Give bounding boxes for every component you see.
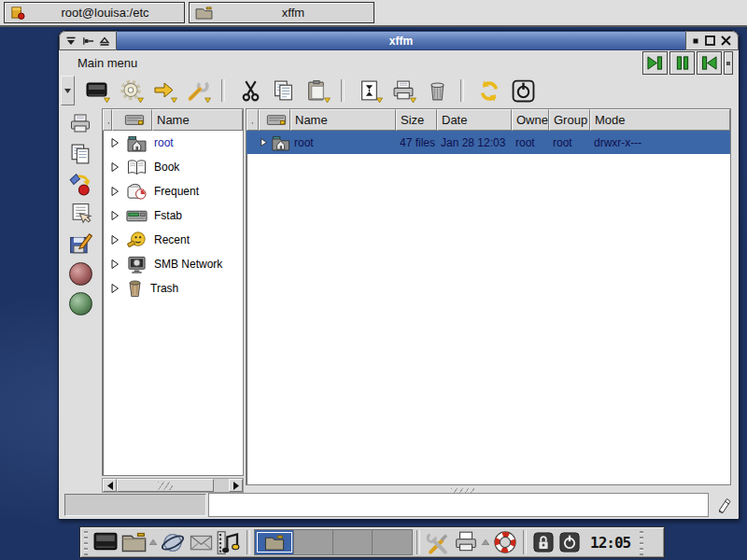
print-icon bbox=[453, 530, 479, 554]
expander-icon[interactable] bbox=[110, 234, 120, 245]
workspace-4[interactable] bbox=[373, 530, 412, 554]
column-header-name[interactable]: Name bbox=[290, 109, 396, 131]
expander-icon[interactable] bbox=[110, 186, 120, 197]
tree-item-book[interactable]: Book bbox=[103, 155, 243, 179]
expander-icon[interactable] bbox=[110, 210, 120, 221]
pause-button[interactable] bbox=[669, 51, 695, 75]
tree-name-header[interactable]: Name bbox=[152, 109, 243, 131]
launcher-tools[interactable] bbox=[424, 528, 452, 556]
tree-item-label[interactable]: root bbox=[154, 136, 174, 149]
scroll-left-arrow[interactable] bbox=[103, 479, 117, 492]
expander-icon[interactable] bbox=[110, 259, 120, 270]
paste-button[interactable] bbox=[303, 77, 331, 105]
shutdown-button[interactable] bbox=[559, 532, 580, 553]
clear-entry-button[interactable] bbox=[712, 493, 737, 517]
maximize-icon[interactable] bbox=[705, 35, 715, 46]
skip-forward-button[interactable] bbox=[642, 51, 668, 75]
side-save-button[interactable] bbox=[67, 231, 93, 256]
expander-icon[interactable] bbox=[110, 161, 120, 173]
column-header-owner[interactable]: Owner bbox=[512, 109, 549, 131]
tree-item-label[interactable]: Book bbox=[154, 161, 179, 174]
trash-button[interactable] bbox=[423, 77, 451, 105]
process-document-button[interactable] bbox=[356, 77, 384, 105]
tree-item-fstab[interactable]: Fstab bbox=[103, 203, 243, 228]
file-row-root[interactable]: root 47 files Jan 28 12:03 root root drw… bbox=[247, 131, 730, 154]
fstab-drive-icon bbox=[126, 209, 148, 223]
launcher-help[interactable] bbox=[491, 528, 519, 556]
launcher-print[interactable] bbox=[452, 528, 480, 556]
more-button[interactable] bbox=[724, 51, 733, 75]
print-icon bbox=[68, 113, 92, 135]
window-title[interactable]: xffm bbox=[117, 31, 685, 50]
expander-icon[interactable] bbox=[110, 137, 120, 148]
side-sync-button[interactable] bbox=[67, 172, 93, 196]
side-green-sphere-button[interactable] bbox=[67, 291, 93, 315]
clock[interactable]: 12:05 bbox=[590, 534, 630, 552]
panel-grip-left[interactable] bbox=[82, 529, 90, 555]
task-button-xffm[interactable]: xffm bbox=[189, 2, 374, 23]
tree-item-recent[interactable]: Recent bbox=[103, 228, 243, 252]
tree-item-label[interactable]: Trash bbox=[150, 282, 178, 295]
refresh-button[interactable] bbox=[475, 77, 503, 105]
tree-item-frequent[interactable]: Frequent bbox=[103, 179, 243, 203]
tree-item-label[interactable]: Frequent bbox=[154, 185, 199, 198]
task-button-terminal[interactable]: root@louisa:/etc bbox=[4, 2, 185, 23]
tree-sort-header-cell[interactable]: , bbox=[103, 109, 112, 131]
column-header-date[interactable]: Date bbox=[437, 109, 512, 131]
stick-pin-icon[interactable] bbox=[82, 36, 94, 46]
copy-button[interactable] bbox=[270, 77, 298, 105]
column-header-group[interactable]: Group bbox=[549, 109, 590, 131]
print-menu-arrow[interactable] bbox=[482, 539, 489, 545]
workspace-3[interactable] bbox=[333, 530, 373, 554]
file-icon-header-cell[interactable] bbox=[259, 109, 290, 131]
toolbar-separator bbox=[341, 79, 345, 102]
tree-item-smb-network[interactable]: SMB Network bbox=[103, 252, 243, 276]
panel-grip-right[interactable] bbox=[638, 529, 645, 555]
tree-item-label[interactable]: Fstab bbox=[154, 209, 182, 222]
shade-icon[interactable] bbox=[99, 36, 110, 46]
side-red-sphere-button[interactable] bbox=[67, 261, 93, 286]
scrollbar-thumb[interactable] bbox=[117, 479, 214, 492]
goto-button[interactable] bbox=[150, 77, 178, 105]
side-open-document-button[interactable] bbox=[67, 202, 93, 226]
tree-item-label[interactable]: Recent bbox=[154, 233, 190, 246]
toolbar-collapse-button[interactable] bbox=[61, 76, 75, 105]
launcher-menu-arrow[interactable] bbox=[149, 539, 157, 545]
side-print-button[interactable] bbox=[67, 112, 93, 136]
lock-screen-button[interactable] bbox=[533, 532, 554, 553]
main-menu[interactable]: Main menu bbox=[68, 54, 147, 72]
skip-back-button[interactable] bbox=[697, 51, 722, 75]
tools-button[interactable] bbox=[184, 77, 212, 105]
tree-item-root[interactable]: root bbox=[103, 131, 243, 155]
quit-button[interactable] bbox=[509, 77, 537, 105]
window-menu-icon[interactable] bbox=[65, 36, 77, 46]
print-button[interactable] bbox=[389, 77, 417, 105]
file-cell-name[interactable]: root bbox=[290, 136, 396, 149]
workspace-2[interactable] bbox=[294, 530, 333, 554]
sync-run-icon bbox=[68, 172, 92, 196]
tree-item-trash[interactable]: Trash bbox=[103, 276, 243, 301]
minimize-icon[interactable] bbox=[693, 38, 698, 44]
expander-icon[interactable] bbox=[260, 137, 268, 147]
workspace-1[interactable] bbox=[255, 530, 294, 554]
location-entry[interactable] bbox=[208, 493, 709, 517]
scrollbar-track[interactable] bbox=[214, 479, 229, 492]
tree-icon-header-cell[interactable] bbox=[112, 109, 152, 131]
side-duplicate-button[interactable] bbox=[67, 142, 93, 166]
scroll-right-arrow[interactable] bbox=[229, 479, 243, 492]
close-icon[interactable] bbox=[721, 35, 731, 46]
column-header-size[interactable]: Size bbox=[396, 109, 437, 131]
cut-button[interactable] bbox=[236, 77, 264, 105]
terminal-button[interactable] bbox=[83, 77, 111, 105]
launcher-multimedia[interactable] bbox=[215, 528, 243, 556]
column-header-mode[interactable]: Mode bbox=[590, 109, 730, 131]
tree-horizontal-scrollbar[interactable] bbox=[102, 478, 244, 493]
tree-item-label[interactable]: SMB Network bbox=[154, 258, 222, 271]
file-sort-header-cell[interactable]: , bbox=[247, 109, 259, 131]
launcher-file-manager[interactable] bbox=[120, 528, 148, 556]
launcher-mail[interactable] bbox=[187, 528, 215, 556]
settings-button[interactable] bbox=[117, 77, 145, 105]
launcher-web-browser[interactable] bbox=[159, 528, 187, 556]
expander-icon[interactable] bbox=[110, 283, 120, 294]
launcher-terminal[interactable] bbox=[92, 528, 120, 556]
